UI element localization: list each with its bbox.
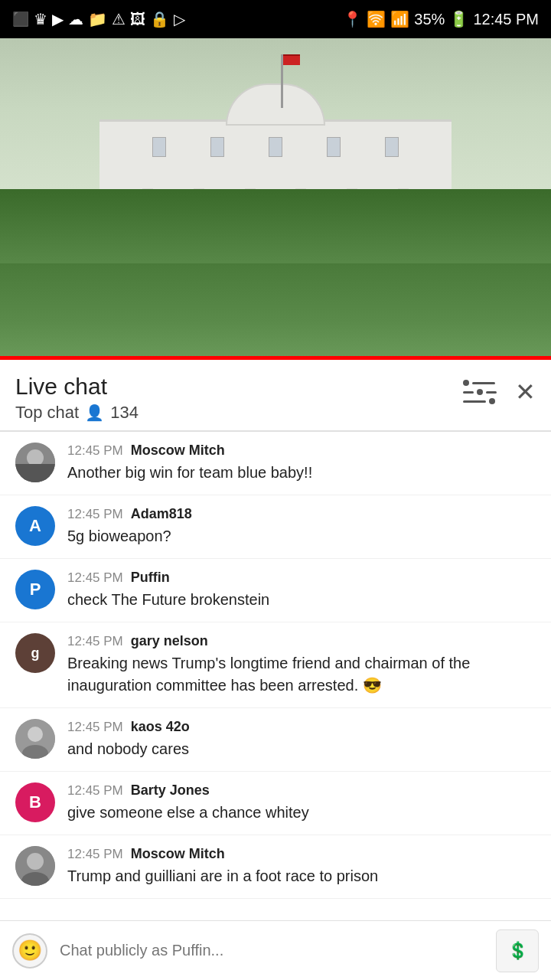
close-button[interactable]: ✕ xyxy=(515,380,536,404)
filter-dot xyxy=(489,398,495,404)
video-player[interactable] xyxy=(0,38,551,360)
status-bar: ⬛ ♛ ▶ ☁ 📁 ⚠ 🖼 🔒 ▷ 📍 🛜 📶 35% 🔋 12:45 PM xyxy=(0,0,551,38)
app-icon-crown: ♛ xyxy=(34,10,47,28)
filter-line xyxy=(463,391,474,394)
chat-header-left: Live chat Top chat 👤 134 xyxy=(15,374,139,423)
send-icon: 💲 xyxy=(507,941,528,961)
chat-message: 12:45 PM Moscow Mitch Another big win fo… xyxy=(0,432,551,495)
avatar: g xyxy=(15,633,55,673)
app-icon-cloud: ☁ xyxy=(68,10,83,28)
message-content: 12:45 PM kaos 42o and nobody cares xyxy=(67,719,536,760)
message-text: Another big win for team blue baby!! xyxy=(67,462,536,484)
live-chat-title: Live chat xyxy=(15,374,139,400)
app-icon-lock: 🔒 xyxy=(150,10,169,28)
avatar: A xyxy=(15,506,55,546)
filter-line-1 xyxy=(463,380,497,386)
app-icon-yt: ▶ xyxy=(52,10,64,28)
message-username: Puffin xyxy=(131,570,170,586)
message-content: 12:45 PM Puffin check The Future brokens… xyxy=(67,570,536,611)
app-icon-m: ⬛ xyxy=(12,11,29,28)
battery-icon: 🔋 xyxy=(449,10,468,28)
message-content: 12:45 PM Barty Jones give someone else a… xyxy=(67,782,536,824)
message-time: 12:45 PM xyxy=(67,570,123,586)
status-right-icons: 📍 🛜 📶 35% 🔋 12:45 PM xyxy=(343,10,539,28)
app-icon-play: ▷ xyxy=(174,10,185,28)
send-button[interactable]: 💲 xyxy=(496,929,539,972)
svg-point-2 xyxy=(21,469,49,482)
message-meta: 12:45 PM Adam818 xyxy=(67,506,536,522)
chat-message: A 12:45 PM Adam818 5g bioweapon? xyxy=(0,495,551,559)
message-username: Moscow Mitch xyxy=(131,846,225,862)
message-meta: 12:45 PM gary nelson xyxy=(67,633,536,649)
avatar: P xyxy=(15,570,55,609)
message-content: 12:45 PM Moscow Mitch Trump and guillian… xyxy=(67,846,536,887)
emoji-button[interactable]: 🙂 xyxy=(12,933,47,969)
viewers-count: 134 xyxy=(110,403,139,423)
svg-point-1 xyxy=(27,449,44,466)
message-meta: 12:45 PM Moscow Mitch xyxy=(67,846,536,862)
battery-percent: 35% xyxy=(414,11,445,28)
chat-header-right: ✕ xyxy=(463,374,536,404)
message-meta: 12:45 PM Moscow Mitch xyxy=(67,443,536,459)
window xyxy=(210,137,224,157)
message-text: check The Future brokenstein xyxy=(67,589,536,611)
chat-message: P 12:45 PM Puffin check The Future broke… xyxy=(0,559,551,622)
chat-input[interactable] xyxy=(60,932,484,970)
filter-icon[interactable] xyxy=(463,380,497,404)
filter-dot xyxy=(463,380,469,386)
message-time: 12:45 PM xyxy=(67,634,123,649)
message-meta: 12:45 PM kaos 42o xyxy=(67,719,536,735)
clock: 12:45 PM xyxy=(473,11,539,28)
filter-line-2 xyxy=(463,389,497,395)
video-progress-bar[interactable] xyxy=(0,356,551,360)
wifi-icon: 🛜 xyxy=(367,10,386,28)
message-content: 12:45 PM Adam818 5g bioweapon? xyxy=(67,506,536,547)
message-username: Adam818 xyxy=(131,506,192,522)
filter-line xyxy=(463,400,486,403)
top-chat-row: Top chat 👤 134 xyxy=(15,403,139,423)
filter-line xyxy=(486,391,497,394)
trees xyxy=(0,189,551,270)
viewers-icon: 👤 xyxy=(85,403,104,422)
message-content: 12:45 PM gary nelson Breaking news Trump… xyxy=(67,633,536,697)
chat-messages-container: 12:45 PM Moscow Mitch Another big win fo… xyxy=(0,432,551,960)
window xyxy=(327,137,341,157)
flag xyxy=(283,54,300,65)
message-content: 12:45 PM Moscow Mitch Another big win fo… xyxy=(67,443,536,484)
filter-line-3 xyxy=(463,398,497,404)
message-text: and nobody cares xyxy=(67,738,536,760)
message-meta: 12:45 PM Barty Jones xyxy=(67,782,536,799)
message-meta: 12:45 PM Puffin xyxy=(67,570,536,586)
window xyxy=(269,137,282,157)
chat-message: g 12:45 PM gary nelson Breaking news Tru… xyxy=(0,622,551,708)
window xyxy=(385,137,399,157)
avatar xyxy=(15,846,55,886)
message-username: Moscow Mitch xyxy=(131,443,225,459)
message-text: give someone else a chance whitey xyxy=(67,802,536,824)
message-username: kaos 42o xyxy=(131,719,190,735)
message-text: Breaking news Trump's longtime friend an… xyxy=(67,652,536,697)
message-username: gary nelson xyxy=(131,633,208,649)
message-username: Barty Jones xyxy=(131,782,210,799)
status-icons: ⬛ ♛ ▶ ☁ 📁 ⚠ 🖼 🔒 ▷ xyxy=(12,10,185,28)
message-text: 5g bioweapon? xyxy=(67,525,536,547)
avatar: B xyxy=(15,782,55,822)
app-icon-alert: ⚠ xyxy=(112,10,126,28)
avatar xyxy=(15,719,55,759)
top-chat-label[interactable]: Top chat xyxy=(15,403,79,423)
filter-line xyxy=(472,382,495,384)
location-icon: 📍 xyxy=(343,10,362,28)
message-time: 12:45 PM xyxy=(67,783,123,799)
avatar xyxy=(15,443,55,482)
chat-header: Live chat Top chat 👤 134 ✕ xyxy=(0,360,551,431)
message-time: 12:45 PM xyxy=(67,847,123,862)
filter-dot xyxy=(477,389,483,395)
app-icon-folder: 📁 xyxy=(88,10,107,28)
chat-message: 12:45 PM kaos 42o and nobody cares xyxy=(0,708,551,772)
message-time: 12:45 PM xyxy=(67,720,123,735)
ground xyxy=(0,263,551,360)
signal-icon: 📶 xyxy=(390,10,409,28)
app-icon-img: 🖼 xyxy=(130,11,145,28)
svg-point-7 xyxy=(27,853,44,870)
window xyxy=(152,137,166,157)
